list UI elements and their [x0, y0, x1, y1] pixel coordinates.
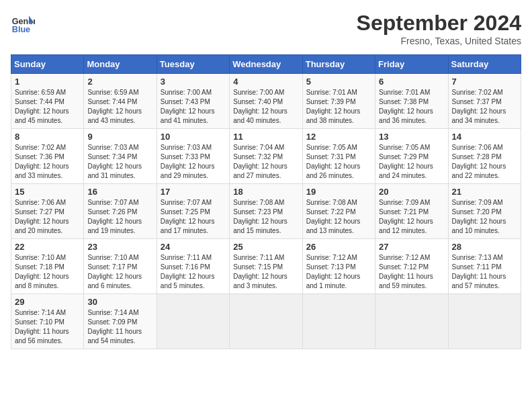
table-row: 9 Sunrise: 7:03 AMSunset: 7:34 PMDayligh…: [84, 129, 157, 184]
table-row: 8 Sunrise: 7:02 AMSunset: 7:36 PMDayligh…: [11, 129, 84, 184]
day-info: Sunrise: 7:10 AMSunset: 7:18 PMDaylight:…: [15, 253, 80, 291]
table-row: 2 Sunrise: 6:59 AMSunset: 7:44 PMDayligh…: [84, 74, 157, 129]
table-row: 10 Sunrise: 7:03 AMSunset: 7:33 PMDaylig…: [157, 129, 229, 184]
table-row: 6 Sunrise: 7:01 AMSunset: 7:38 PMDayligh…: [375, 74, 448, 129]
table-row: 3 Sunrise: 7:00 AMSunset: 7:43 PMDayligh…: [157, 74, 229, 129]
day-info: Sunrise: 7:13 AMSunset: 7:11 PMDaylight:…: [452, 253, 517, 291]
day-info: Sunrise: 7:08 AMSunset: 7:22 PMDaylight:…: [306, 198, 371, 236]
day-number: 4: [233, 77, 298, 87]
day-number: 1: [15, 77, 80, 87]
day-number: 13: [379, 132, 444, 142]
day-number: 16: [87, 187, 152, 197]
table-row: 5 Sunrise: 7:01 AMSunset: 7:39 PMDayligh…: [302, 74, 375, 129]
month-title: September 2024: [357, 11, 521, 36]
table-row: 30 Sunrise: 7:14 AMSunset: 7:09 PMDaylig…: [84, 294, 157, 349]
day-info: Sunrise: 7:12 AMSunset: 7:13 PMDaylight:…: [306, 253, 371, 291]
header-sunday: Sunday: [11, 55, 84, 74]
table-row: 12 Sunrise: 7:05 AMSunset: 7:31 PMDaylig…: [302, 129, 375, 184]
table-row: 21 Sunrise: 7:09 AMSunset: 7:20 PMDaylig…: [448, 184, 521, 239]
day-number: 29: [15, 297, 80, 307]
table-row: [375, 294, 448, 349]
day-info: Sunrise: 7:11 AMSunset: 7:15 PMDaylight:…: [233, 253, 298, 291]
day-number: 3: [161, 77, 226, 87]
table-row: 25 Sunrise: 7:11 AMSunset: 7:15 PMDaylig…: [230, 239, 302, 294]
header-saturday: Saturday: [448, 55, 521, 74]
table-row: 14 Sunrise: 7:06 AMSunset: 7:28 PMDaylig…: [448, 129, 521, 184]
table-row: [448, 294, 521, 349]
table-row: 16 Sunrise: 7:07 AMSunset: 7:26 PMDaylig…: [84, 184, 157, 239]
table-row: [302, 294, 375, 349]
location-title: Fresno, Texas, United States: [357, 36, 521, 46]
header-wednesday: Wednesday: [230, 55, 302, 74]
table-row: 29 Sunrise: 7:14 AMSunset: 7:10 PMDaylig…: [11, 294, 84, 349]
day-number: 18: [233, 187, 298, 197]
header: General Blue General Blue September 2024…: [11, 11, 521, 46]
day-number: 23: [87, 242, 152, 252]
day-number: 9: [87, 132, 152, 142]
day-info: Sunrise: 7:00 AMSunset: 7:40 PMDaylight:…: [233, 88, 298, 126]
day-info: Sunrise: 7:11 AMSunset: 7:16 PMDaylight:…: [161, 253, 226, 291]
day-info: Sunrise: 7:02 AMSunset: 7:36 PMDaylight:…: [15, 143, 80, 181]
table-row: 15 Sunrise: 7:06 AMSunset: 7:27 PMDaylig…: [11, 184, 84, 239]
day-info: Sunrise: 7:07 AMSunset: 7:25 PMDaylight:…: [161, 198, 226, 236]
title-block: September 2024 Fresno, Texas, United Sta…: [357, 11, 521, 46]
day-info: Sunrise: 7:05 AMSunset: 7:29 PMDaylight:…: [379, 143, 444, 181]
calendar-header: Sunday Monday Tuesday Wednesday Thursday…: [11, 55, 521, 74]
table-row: 19 Sunrise: 7:08 AMSunset: 7:22 PMDaylig…: [302, 184, 375, 239]
calendar-body: 1 Sunrise: 6:59 AMSunset: 7:44 PMDayligh…: [11, 74, 521, 349]
day-info: Sunrise: 7:14 AMSunset: 7:09 PMDaylight:…: [87, 308, 152, 346]
table-row: 28 Sunrise: 7:13 AMSunset: 7:11 PMDaylig…: [448, 239, 521, 294]
table-row: [230, 294, 302, 349]
day-number: 19: [306, 187, 371, 197]
table-row: 18 Sunrise: 7:08 AMSunset: 7:23 PMDaylig…: [230, 184, 302, 239]
day-number: 11: [233, 132, 298, 142]
table-row: [157, 294, 229, 349]
header-thursday: Thursday: [302, 55, 375, 74]
day-info: Sunrise: 7:09 AMSunset: 7:21 PMDaylight:…: [379, 198, 444, 236]
day-number: 17: [161, 187, 226, 197]
day-number: 12: [306, 132, 371, 142]
day-number: 30: [87, 297, 152, 307]
day-info: Sunrise: 7:14 AMSunset: 7:10 PMDaylight:…: [15, 308, 80, 346]
table-row: 24 Sunrise: 7:11 AMSunset: 7:16 PMDaylig…: [157, 239, 229, 294]
header-friday: Friday: [375, 55, 448, 74]
day-number: 15: [15, 187, 80, 197]
header-monday: Monday: [84, 55, 157, 74]
table-row: 11 Sunrise: 7:04 AMSunset: 7:32 PMDaylig…: [230, 129, 302, 184]
day-info: Sunrise: 7:06 AMSunset: 7:27 PMDaylight:…: [15, 198, 80, 236]
svg-text:Blue: Blue: [12, 25, 30, 34]
day-info: Sunrise: 7:06 AMSunset: 7:28 PMDaylight:…: [452, 143, 517, 181]
day-number: 2: [87, 77, 152, 87]
day-number: 24: [161, 242, 226, 252]
table-row: 22 Sunrise: 7:10 AMSunset: 7:18 PMDaylig…: [11, 239, 84, 294]
day-number: 10: [161, 132, 226, 142]
day-info: Sunrise: 7:08 AMSunset: 7:23 PMDaylight:…: [233, 198, 298, 236]
day-number: 8: [15, 132, 80, 142]
table-row: 17 Sunrise: 7:07 AMSunset: 7:25 PMDaylig…: [157, 184, 229, 239]
header-tuesday: Tuesday: [157, 55, 229, 74]
day-info: Sunrise: 7:03 AMSunset: 7:33 PMDaylight:…: [161, 143, 226, 181]
day-number: 26: [306, 242, 371, 252]
day-info: Sunrise: 7:01 AMSunset: 7:38 PMDaylight:…: [379, 88, 444, 126]
table-row: 1 Sunrise: 6:59 AMSunset: 7:44 PMDayligh…: [11, 74, 84, 129]
day-number: 20: [379, 187, 444, 197]
calendar-table: Sunday Monday Tuesday Wednesday Thursday…: [11, 54, 521, 349]
table-row: 27 Sunrise: 7:12 AMSunset: 7:12 PMDaylig…: [375, 239, 448, 294]
day-number: 25: [233, 242, 298, 252]
day-info: Sunrise: 7:00 AMSunset: 7:43 PMDaylight:…: [161, 88, 226, 126]
day-info: Sunrise: 7:01 AMSunset: 7:39 PMDaylight:…: [306, 88, 371, 126]
day-info: Sunrise: 7:03 AMSunset: 7:34 PMDaylight:…: [87, 143, 152, 181]
day-info: Sunrise: 7:05 AMSunset: 7:31 PMDaylight:…: [306, 143, 371, 181]
day-info: Sunrise: 7:12 AMSunset: 7:12 PMDaylight:…: [379, 253, 444, 291]
day-info: Sunrise: 7:10 AMSunset: 7:17 PMDaylight:…: [87, 253, 152, 291]
table-row: 13 Sunrise: 7:05 AMSunset: 7:29 PMDaylig…: [375, 129, 448, 184]
day-number: 14: [452, 132, 517, 142]
table-row: 4 Sunrise: 7:00 AMSunset: 7:40 PMDayligh…: [230, 74, 302, 129]
day-number: 27: [379, 242, 444, 252]
day-number: 22: [15, 242, 80, 252]
day-number: 5: [306, 77, 371, 87]
day-info: Sunrise: 7:07 AMSunset: 7:26 PMDaylight:…: [87, 198, 152, 236]
day-info: Sunrise: 7:09 AMSunset: 7:20 PMDaylight:…: [452, 198, 517, 236]
day-info: Sunrise: 7:02 AMSunset: 7:37 PMDaylight:…: [452, 88, 517, 126]
day-number: 28: [452, 242, 517, 252]
